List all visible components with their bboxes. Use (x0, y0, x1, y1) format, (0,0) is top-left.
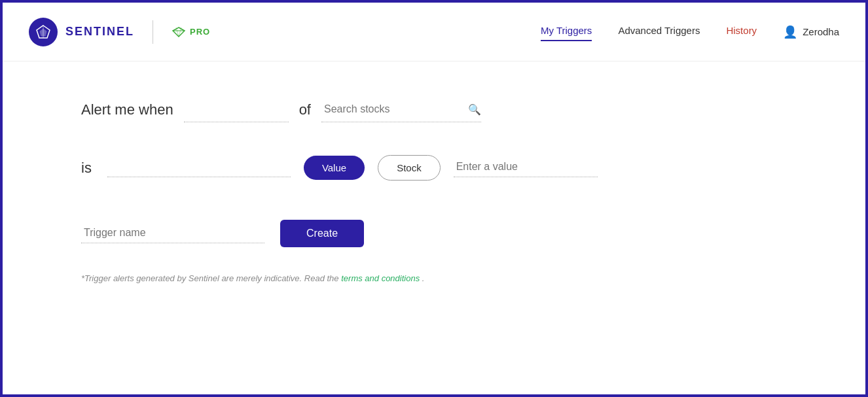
value-button[interactable]: Value (304, 156, 365, 180)
nav-history[interactable]: History (726, 25, 757, 39)
navbar: SENTINEL PRO My Triggers Advanced Trigge… (3, 3, 865, 61)
is-underline-spacer (107, 159, 291, 177)
pro-badge: PRO (172, 26, 210, 38)
nav-links: My Triggers Advanced Triggers History 👤 … (541, 25, 839, 39)
footer-note-suffix: . (422, 273, 425, 283)
logo-divider (153, 20, 153, 44)
nav-user-label: Zerodha (803, 26, 839, 37)
user-icon: 👤 (783, 25, 797, 39)
terms-link[interactable]: terms and conditions (341, 273, 422, 283)
nav-my-triggers[interactable]: My Triggers (541, 25, 592, 39)
pro-text: PRO (190, 27, 210, 37)
of-label: of (299, 101, 311, 122)
footer-note-prefix: *Trigger alerts generated by Sentinel ar… (81, 273, 339, 283)
stock-button[interactable]: Stock (378, 155, 441, 181)
main-content: Alert me when of 🔍 is Value Stock Create… (3, 61, 865, 322)
condition-input[interactable] (184, 103, 289, 122)
enter-value-input[interactable] (454, 158, 598, 177)
svg-marker-3 (173, 27, 185, 37)
nav-advanced-triggers[interactable]: Advanced Triggers (618, 25, 700, 39)
logo-area: SENTINEL PRO (29, 18, 210, 46)
alert-row: Alert me when of 🔍 (81, 101, 787, 122)
is-label: is (81, 160, 92, 177)
trigger-name-input[interactable] (81, 224, 264, 243)
footer-note: *Trigger alerts generated by Sentinel ar… (81, 273, 787, 283)
create-button[interactable]: Create (280, 220, 364, 247)
trigger-row: Create (81, 220, 787, 247)
search-stocks-input[interactable] (321, 101, 465, 118)
nav-user[interactable]: 👤 Zerodha (783, 25, 839, 39)
pro-diamond-icon (172, 26, 186, 38)
condition-row: is Value Stock (81, 155, 787, 181)
alert-me-when-label: Alert me when (81, 101, 173, 122)
logo-text: SENTINEL (65, 25, 134, 39)
search-stocks-wrapper: 🔍 (321, 101, 481, 122)
search-icon: 🔍 (468, 103, 481, 116)
sentinel-logo-icon (29, 18, 58, 46)
